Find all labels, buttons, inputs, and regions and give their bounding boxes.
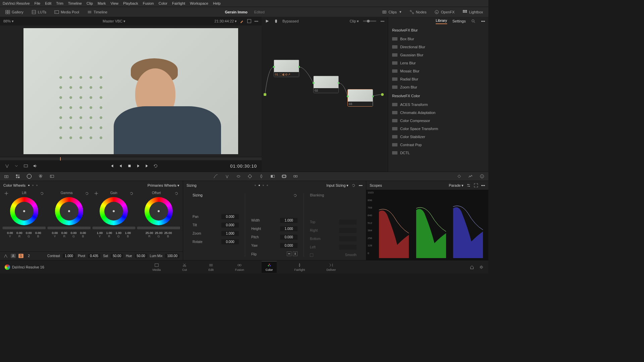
zoom-input[interactable]	[221, 231, 239, 236]
picker-icon[interactable]	[4, 191, 9, 196]
reset-icon[interactable]	[129, 191, 134, 196]
sizing-options[interactable]: •••	[359, 183, 363, 187]
highlight-icon[interactable]	[239, 19, 244, 23]
lummix-value[interactable]: 100.00	[165, 254, 179, 258]
wheel-gamma-control[interactable]	[55, 197, 83, 225]
bypass-label[interactable]: Bypassed	[282, 19, 299, 23]
page-deliver[interactable]: Deliver	[322, 261, 340, 273]
menu-clip[interactable]: Clip	[87, 1, 93, 5]
play-icon[interactable]	[136, 164, 141, 168]
menu-trim[interactable]: Trim	[56, 1, 63, 5]
viewer-zoom[interactable]: 88% ▾	[3, 19, 14, 23]
fx-stabilizer[interactable]: Color Stabilizer	[388, 133, 488, 141]
contrast-value[interactable]: 1.000	[63, 254, 75, 258]
scopes-mode[interactable]: Parade ▾	[449, 183, 464, 188]
qualifier-icon[interactable]	[5, 164, 9, 168]
menu-fairlight[interactable]: Fairlight	[172, 1, 185, 5]
info-icon[interactable]	[480, 174, 484, 179]
gear-icon[interactable]	[479, 265, 484, 269]
blur-palette-icon[interactable]	[259, 174, 264, 179]
lightbox-button[interactable]: Lightbox	[461, 9, 485, 15]
menu-app[interactable]: DaVinci Resolve	[3, 1, 30, 5]
fx-contrast-pop[interactable]: Contrast Pop	[388, 141, 488, 149]
unmix-icon[interactable]	[23, 164, 28, 168]
tab-settings[interactable]: Settings	[452, 19, 466, 23]
menu-view[interactable]: View	[110, 1, 118, 5]
menu-help[interactable]: Help	[213, 1, 221, 5]
search-icon[interactable]	[471, 19, 476, 23]
reset-icon[interactable]	[293, 193, 298, 198]
node-graph[interactable]: Bypassed Clip ▾ ••• 01 ⬚◐⊘↗ 02 03	[262, 17, 388, 172]
hand-icon[interactable]	[274, 19, 278, 23]
color-match-icon[interactable]	[15, 174, 20, 179]
wheels-mode[interactable]: Primaries Wheels ▾	[148, 183, 179, 188]
awb-button[interactable]: A	[11, 254, 16, 258]
tilt-input[interactable]	[221, 223, 239, 228]
wheel-gain-master[interactable]	[93, 227, 136, 229]
graph-input[interactable]	[264, 93, 266, 96]
sat-value[interactable]: 50.00	[111, 254, 123, 258]
fx-directional-blur[interactable]: Directional Blur	[388, 43, 488, 51]
arrow-icon[interactable]	[265, 19, 270, 23]
zoom-slider[interactable]	[363, 20, 376, 22]
scopes-options[interactable]: •••	[481, 183, 485, 187]
node-03[interactable]: 03	[347, 89, 373, 107]
pan-input[interactable]	[221, 214, 239, 219]
reset-icon[interactable]	[85, 191, 89, 196]
menu-edit[interactable]: Edit	[45, 1, 51, 5]
fx-mosaic-blur[interactable]: Mosaic Blur	[388, 67, 488, 75]
yaw-input[interactable]	[280, 243, 298, 248]
step-back-icon[interactable]	[118, 164, 123, 168]
fx-gaussian-blur[interactable]: Gaussian Blur	[388, 51, 488, 59]
top-input[interactable]	[339, 220, 357, 225]
fx-lens-blur[interactable]: Lens Blur	[388, 59, 488, 67]
stereo-icon[interactable]	[293, 174, 298, 179]
hue-value[interactable]: 50.00	[135, 254, 147, 258]
flip-v-icon[interactable]	[293, 251, 298, 256]
fx-chromatic[interactable]: Chromatic Adaptation	[388, 109, 488, 117]
loop-icon[interactable]	[153, 164, 158, 168]
settings-icon[interactable]	[466, 183, 471, 188]
menu-workspace[interactable]: Workspace	[190, 1, 208, 5]
motion-icon[interactable]	[50, 174, 54, 179]
fx-cst[interactable]: Color Space Transform	[388, 125, 488, 133]
viewer-options[interactable]: •••	[254, 19, 258, 23]
page-media[interactable]: Media	[149, 261, 165, 273]
wheel-gain-control[interactable]	[100, 197, 128, 225]
library-options[interactable]: •••	[481, 19, 485, 23]
gallery-button[interactable]: Gallery	[3, 9, 25, 15]
wheel-lift-control[interactable]	[10, 197, 38, 225]
pivot-value[interactable]: 0.435	[88, 254, 100, 258]
menu-file[interactable]: File	[35, 1, 41, 5]
openfx-button[interactable]: fxOpenFX	[432, 9, 457, 15]
sizing-icon[interactable]	[282, 174, 286, 179]
node-mode[interactable]: Clip ▾	[350, 19, 359, 23]
viewer-scrubber[interactable]	[0, 157, 262, 160]
clips-button[interactable]: Clips▾	[380, 9, 403, 15]
flip-h-icon[interactable]	[287, 251, 291, 256]
page-1[interactable]: 1	[18, 254, 24, 258]
page-2[interactable]: 2	[26, 254, 32, 258]
pitch-input[interactable]	[280, 235, 298, 240]
wheel-offset-control[interactable]	[145, 197, 173, 225]
picker-icon[interactable]	[94, 191, 99, 196]
speaker-icon[interactable]	[33, 164, 38, 168]
page-fairlight[interactable]: Fairlight	[290, 261, 309, 273]
camera-raw-icon[interactable]	[4, 174, 9, 179]
menu-playback[interactable]: Playback	[123, 1, 138, 5]
page-color[interactable]: Color	[262, 261, 277, 273]
mediapool-button[interactable]: Media Pool	[52, 9, 81, 15]
wheel-page-dots[interactable]	[28, 185, 38, 186]
curves-icon[interactable]	[213, 174, 218, 179]
home-icon[interactable]	[470, 265, 474, 269]
nodes-button[interactable]: Nodes	[408, 9, 429, 15]
key-icon[interactable]	[270, 174, 275, 179]
reset-icon[interactable]	[351, 183, 356, 188]
qualifier-palette-icon[interactable]	[225, 174, 229, 179]
page-fusion[interactable]: Fusion	[231, 261, 248, 273]
window-icon[interactable]	[236, 174, 241, 179]
timeline-button[interactable]: Timeline	[85, 9, 109, 15]
right-input[interactable]	[339, 228, 357, 233]
rgb-mixer-icon[interactable]	[38, 174, 43, 179]
wheels-palette-icon[interactable]	[27, 174, 32, 179]
